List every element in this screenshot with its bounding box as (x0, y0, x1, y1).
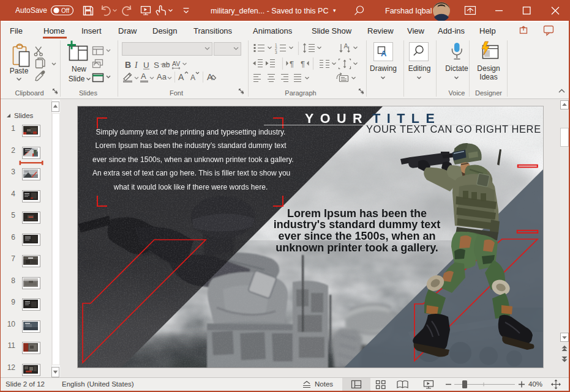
svg-text:AutoSave: AutoSave (15, 6, 47, 15)
svg-text:Font: Font (170, 89, 183, 97)
svg-text:Designer: Designer (475, 89, 502, 97)
svg-text:A: A (141, 72, 146, 81)
svg-text:Voice: Voice (449, 89, 465, 97)
svg-text:New: New (72, 65, 86, 73)
svg-text:A: A (178, 72, 184, 82)
svg-text:Ideas: Ideas (479, 73, 497, 81)
svg-text:U: U (143, 61, 149, 70)
svg-text:Aa: Aa (157, 72, 167, 81)
svg-text:military_defen... - Saved to: military_defen... - Saved to this PC (211, 7, 328, 15)
svg-text:Paragraph: Paragraph (285, 89, 316, 97)
svg-text:A: A (190, 73, 195, 82)
svg-text:Slide: Slide (69, 75, 85, 83)
svg-text:▾: ▾ (333, 7, 336, 13)
svg-text:Paste: Paste (10, 67, 29, 75)
svg-text:I: I (134, 61, 138, 70)
svg-text:Off: Off (61, 7, 69, 14)
svg-text:A: A (207, 72, 213, 82)
svg-text:Design: Design (477, 64, 500, 73)
svg-text:A: A (381, 49, 387, 58)
svg-text:Drawing: Drawing (370, 64, 397, 73)
svg-text:Dictate: Dictate (445, 64, 468, 73)
svg-text:B: B (125, 60, 131, 70)
svg-text:Farshad Iqbal: Farshad Iqbal (385, 7, 432, 15)
svg-text:¶: ¶ (290, 59, 294, 68)
svg-text:ab: ab (162, 61, 170, 69)
svg-text:Clipboard: Clipboard (15, 89, 43, 97)
svg-text:AV: AV (172, 60, 180, 67)
svg-text:3: 3 (275, 50, 277, 54)
svg-text:S: S (154, 61, 159, 70)
svg-text:¶: ¶ (301, 59, 305, 68)
svg-text:Slides: Slides (14, 112, 34, 119)
svg-text:Editing: Editing (408, 64, 431, 73)
svg-text:A: A (344, 42, 348, 50)
svg-text:Slides: Slides (79, 89, 97, 97)
